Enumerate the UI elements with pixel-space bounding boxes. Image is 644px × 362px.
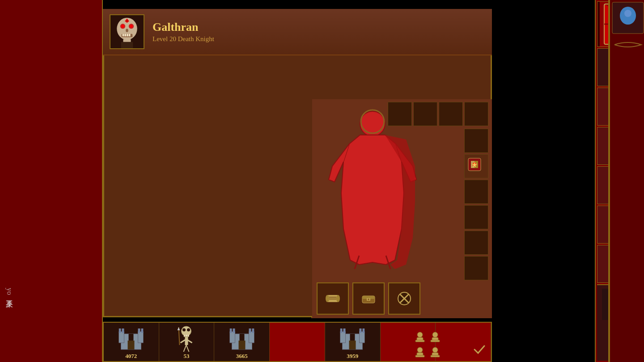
scroll-button[interactable] bbox=[317, 282, 349, 315]
svg-point-4 bbox=[122, 25, 124, 28]
svg-rect-149 bbox=[249, 332, 254, 343]
side-equipment-slots bbox=[464, 129, 488, 280]
svg-rect-14 bbox=[121, 42, 133, 48]
svg-rect-164 bbox=[350, 334, 355, 341]
svg-point-111 bbox=[326, 295, 329, 302]
hero-class: Level 20 Death Knight bbox=[153, 35, 214, 43]
svg-point-119 bbox=[368, 299, 369, 300]
creature-bar: 4072 53 bbox=[103, 322, 492, 362]
equip-slot-4[interactable] bbox=[464, 102, 488, 126]
creature-slot-2[interactable]: 53 bbox=[159, 323, 215, 361]
svg-point-6 bbox=[126, 29, 128, 32]
svg-rect-163 bbox=[349, 341, 356, 349]
svg-point-171 bbox=[417, 347, 423, 353]
svg-point-112 bbox=[336, 295, 340, 302]
left-emblem bbox=[0, 0, 102, 89]
creature-count-3: 3665 bbox=[214, 353, 269, 360]
svg-rect-131 bbox=[128, 341, 135, 349]
svg-rect-157 bbox=[340, 332, 346, 343]
hero-silhouette bbox=[319, 104, 426, 269]
svg-rect-128 bbox=[122, 328, 124, 333]
hero-info-bar: Galthran Level 20 Death Knight bbox=[103, 9, 492, 55]
watermark-text: yo来不及了 bbox=[4, 288, 14, 295]
svg-line-144 bbox=[186, 345, 189, 352]
svg-rect-137 bbox=[184, 335, 186, 337]
svg-rect-139 bbox=[188, 335, 189, 337]
equip-slot-3[interactable] bbox=[439, 102, 463, 126]
side-slot-3[interactable] bbox=[464, 180, 488, 204]
svg-rect-173 bbox=[415, 355, 424, 357]
svg-point-165 bbox=[417, 332, 423, 337]
svg-point-133 bbox=[182, 326, 191, 336]
chess-piece-icon-2 bbox=[428, 330, 442, 344]
svg-rect-127 bbox=[119, 328, 121, 333]
svg-rect-151 bbox=[233, 328, 235, 333]
svg-rect-125 bbox=[119, 332, 124, 343]
svg-point-210 bbox=[624, 10, 631, 17]
svg-marker-146 bbox=[178, 327, 180, 330]
svg-rect-153 bbox=[252, 328, 254, 333]
svg-rect-176 bbox=[431, 355, 440, 357]
svg-rect-148 bbox=[229, 332, 235, 343]
side-slot-4[interactable] bbox=[464, 205, 488, 229]
chess-piece-icon bbox=[413, 330, 427, 344]
hero-portrait bbox=[110, 14, 144, 49]
creature-slot-1[interactable]: 4072 bbox=[104, 323, 159, 361]
svg-rect-129 bbox=[138, 328, 140, 333]
hero-action-buttons bbox=[317, 282, 420, 315]
creature-slot-7[interactable] bbox=[436, 323, 491, 361]
chess-piece-icon-4 bbox=[428, 345, 442, 359]
side-slot-1[interactable] bbox=[464, 129, 488, 153]
svg-rect-11 bbox=[129, 34, 131, 37]
hero-name-block: Galthran Level 20 Death Knight bbox=[153, 21, 214, 43]
chest-button[interactable] bbox=[352, 282, 385, 315]
svg-rect-162 bbox=[363, 328, 365, 333]
svg-rect-126 bbox=[138, 332, 144, 343]
svg-rect-158 bbox=[360, 332, 365, 343]
svg-point-168 bbox=[432, 332, 438, 337]
creature-slot-4[interactable] bbox=[270, 323, 325, 361]
svg-rect-132 bbox=[129, 334, 134, 341]
svg-point-135 bbox=[187, 328, 190, 332]
svg-rect-130 bbox=[141, 328, 144, 333]
side-slot-5[interactable] bbox=[464, 231, 488, 255]
side-slot-2[interactable] bbox=[464, 154, 488, 178]
creature-slot-3[interactable]: 3665 bbox=[214, 323, 270, 361]
svg-rect-138 bbox=[186, 335, 187, 337]
side-slot-6[interactable] bbox=[464, 256, 488, 280]
svg-rect-10 bbox=[127, 34, 128, 37]
svg-rect-8 bbox=[123, 34, 124, 37]
svg-rect-152 bbox=[249, 328, 251, 333]
svg-rect-207 bbox=[610, 0, 644, 362]
svg-rect-150 bbox=[229, 328, 232, 333]
hero-name: Galthran bbox=[153, 21, 214, 34]
chess-piece-icon-3 bbox=[413, 345, 427, 359]
svg-point-134 bbox=[182, 328, 186, 332]
svg-rect-159 bbox=[340, 328, 343, 333]
far-right-panel bbox=[608, 0, 644, 362]
creature-count-2: 53 bbox=[159, 353, 214, 360]
hero-visual-area bbox=[312, 99, 492, 318]
left-panel bbox=[0, 0, 103, 362]
creature-count-1: 4072 bbox=[104, 353, 159, 360]
svg-rect-160 bbox=[343, 328, 346, 333]
svg-line-143 bbox=[184, 345, 186, 352]
chess-pieces-area bbox=[413, 330, 442, 359]
svg-rect-154 bbox=[238, 341, 245, 349]
no-action-button[interactable] bbox=[388, 282, 420, 315]
svg-rect-9 bbox=[124, 34, 126, 37]
creature-slot-5[interactable]: 3959 bbox=[325, 323, 381, 361]
svg-rect-167 bbox=[415, 340, 424, 342]
svg-point-5 bbox=[130, 25, 133, 28]
creature-count-5: 3959 bbox=[325, 353, 380, 360]
svg-point-174 bbox=[432, 347, 438, 353]
svg-rect-161 bbox=[360, 328, 362, 333]
svg-rect-140 bbox=[185, 337, 188, 345]
right-border-decoration bbox=[610, 0, 644, 362]
svg-rect-170 bbox=[431, 340, 440, 342]
svg-rect-155 bbox=[239, 334, 244, 341]
main-layout: Galthran Level 20 Death Knight Attack 7 bbox=[103, 9, 492, 317]
